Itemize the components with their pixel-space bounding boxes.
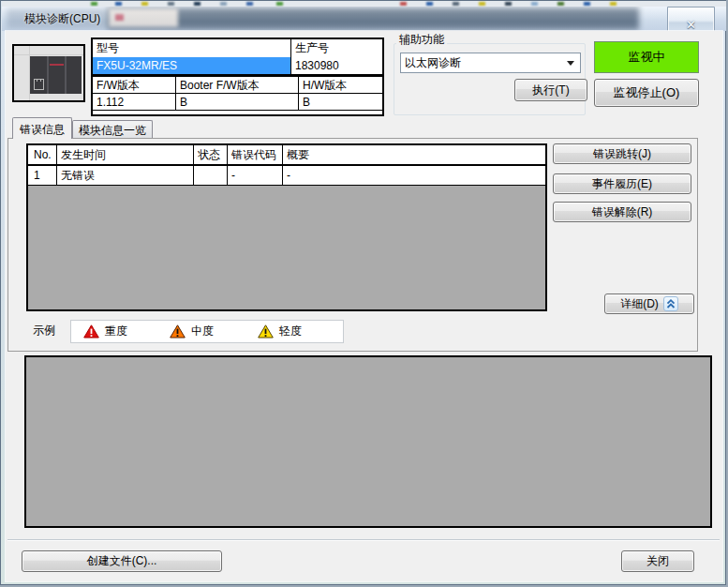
fw-value: 1.112 xyxy=(93,94,176,110)
event-history-label: 事件履历(E) xyxy=(592,176,652,192)
hw-value: B xyxy=(299,94,382,110)
detail-content-pane xyxy=(24,355,712,528)
detail-label: 详细(D) xyxy=(620,296,659,312)
error-jump-label: 错误跳转(J) xyxy=(593,146,651,162)
monitoring-status-indicator: 监视中 xyxy=(594,41,699,73)
dialog-close-button[interactable]: 关闭 xyxy=(621,550,694,572)
cell-time: 无错误 xyxy=(57,166,194,185)
booter-value: B xyxy=(176,94,299,110)
event-history-button[interactable]: 事件履历(E) xyxy=(553,173,691,194)
legend-severe-label: 重度 xyxy=(105,324,127,339)
severity-legend: 重度 中度 轻度 xyxy=(70,320,344,343)
col-no: No. xyxy=(28,145,57,164)
model-header: 型号 xyxy=(93,39,291,57)
minor-warning-icon xyxy=(258,324,274,339)
cpu-module-image xyxy=(12,44,85,102)
table-row[interactable]: 1 无错误 - - xyxy=(28,166,545,186)
create-file-button[interactable]: 创建文件(C)... xyxy=(22,550,222,572)
detail-toggle-button[interactable]: 详细(D) xyxy=(604,294,694,314)
fw-header: F/W版本 xyxy=(93,77,176,93)
info-value-row[interactable]: FX5U-32MR/ES 1830980 xyxy=(93,57,382,75)
hw-header: H/W版本 xyxy=(299,77,382,93)
aux-function-label: 辅助功能 xyxy=(396,32,447,48)
serial-header: 生产号 xyxy=(291,39,382,57)
plc-seam xyxy=(47,56,49,94)
footer-separator xyxy=(7,539,720,541)
window-title: 模块诊断(CPU) xyxy=(24,11,100,27)
cell-summary: - xyxy=(283,166,545,185)
chevron-up-icon xyxy=(663,296,678,311)
error-table-header: No. 发生时间 状态 错误代码 概要 xyxy=(28,145,545,166)
background-toolbar-icons xyxy=(91,2,97,6)
module-diagnostics-dialog: 模块诊断(CPU) ✕ 型号 生产号 FX5U-32MR/ES 1830980 xyxy=(0,0,726,585)
tab-error-info[interactable]: 错误信息 xyxy=(12,117,72,139)
cell-status xyxy=(194,166,228,185)
legend-item-minor: 轻度 xyxy=(258,321,302,342)
dialog-client-area: 型号 生产号 FX5U-32MR/ES 1830980 F/W版本 Booter… xyxy=(6,31,722,581)
module-info-table: 型号 生产号 FX5U-32MR/ES 1830980 F/W版本 Booter… xyxy=(91,38,384,116)
legend-moderate-label: 中度 xyxy=(191,324,214,339)
legend-item-severe: 重度 xyxy=(83,321,127,342)
dialog-close-label: 关闭 xyxy=(646,553,669,569)
monitor-stop-label: 监视停止(O) xyxy=(614,84,680,101)
moderate-warning-icon xyxy=(170,324,186,339)
close-icon: ✕ xyxy=(668,18,714,32)
aux-function-selected: 以太网诊断 xyxy=(405,56,461,69)
cell-no: 1 xyxy=(28,166,57,185)
legend-item-moderate: 中度 xyxy=(170,321,214,342)
version-header-row: F/W版本 Booter F/W版本 H/W版本 xyxy=(93,75,382,93)
cell-code: - xyxy=(228,166,283,185)
error-clear-label: 错误解除(R) xyxy=(592,204,653,220)
monitor-stop-button[interactable]: 监视停止(O) xyxy=(594,79,699,107)
execute-button-label: 执行(T) xyxy=(532,83,569,98)
image-grid-line xyxy=(14,54,83,55)
port-notch xyxy=(37,79,41,82)
titlebar[interactable]: 模块诊断(CPU) xyxy=(2,7,726,31)
create-file-label: 创建文件(C)... xyxy=(87,553,157,569)
col-status: 状态 xyxy=(194,145,228,164)
severe-warning-icon xyxy=(83,324,99,339)
info-header-row: 型号 生产号 xyxy=(93,39,382,57)
col-code: 错误代码 xyxy=(228,145,283,164)
aero-glass-overlay xyxy=(2,7,726,31)
legend-minor-label: 轻度 xyxy=(279,324,302,339)
plc-led-line xyxy=(50,64,64,66)
version-value-row: 1.112 B B xyxy=(93,93,382,111)
booter-header: Booter F/W版本 xyxy=(176,77,299,93)
error-table: No. 发生时间 状态 错误代码 概要 1 无错误 - - xyxy=(26,143,547,311)
model-value-selected[interactable]: FX5U-32MR/ES xyxy=(93,57,291,74)
chevron-down-icon xyxy=(567,61,574,66)
col-summary: 概要 xyxy=(283,145,545,164)
legend-label: 示例 xyxy=(33,323,55,339)
error-clear-button[interactable]: 错误解除(R) xyxy=(553,202,691,222)
aux-function-dropdown[interactable]: 以太网诊断 xyxy=(400,53,581,73)
ethernet-port-icon xyxy=(34,79,44,90)
tab-module-info-list[interactable]: 模块信息一览 xyxy=(72,120,153,139)
col-time: 发生时间 xyxy=(57,145,194,164)
plc-seam xyxy=(65,56,67,94)
error-jump-button[interactable]: 错误跳转(J) xyxy=(553,143,691,164)
execute-button[interactable]: 执行(T) xyxy=(514,79,587,101)
serial-value: 1830980 xyxy=(291,57,382,74)
monitoring-status-label: 监视中 xyxy=(629,49,665,66)
plc-unit-graphic xyxy=(30,56,82,94)
